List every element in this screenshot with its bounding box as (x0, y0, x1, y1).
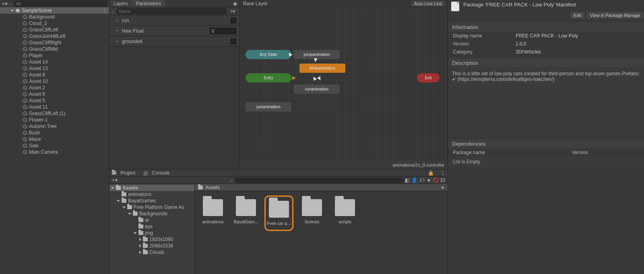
parameter-bool-checkbox[interactable] (231, 39, 236, 44)
tree-row[interactable]: ai (109, 217, 194, 223)
gameobject-row[interactable]: Asset 11 (0, 104, 109, 110)
breadcrumb[interactable]: Assets (195, 184, 448, 191)
panel-menu-icon[interactable]: ⋮ (440, 170, 445, 176)
chevron-right-icon[interactable] (139, 244, 141, 247)
asset-folder[interactable]: animations (202, 199, 224, 224)
gameobject-row[interactable]: GrassCliffLeft (1) (0, 110, 109, 117)
tab-console[interactable]: Console (152, 170, 169, 176)
hierarchy-panel: +▾ ⌕ SampleScene ⋮ BackgroundCloud_2Gras… (0, 0, 109, 274)
chevron-down-icon[interactable] (122, 206, 126, 208)
gameobject-row[interactable]: Flower-1 (0, 117, 109, 123)
drag-handle-icon[interactable]: ≡ (116, 18, 119, 23)
gameobject-row[interactable]: GrassCliffMid (0, 46, 109, 52)
search-by-type-icon[interactable]: ◧ (404, 177, 411, 183)
project-tree[interactable]: Assets animationsBayatGamesFree Platform… (109, 184, 195, 274)
parameter-row[interactable]: ≡grounded (109, 36, 239, 47)
tree-row[interactable]: Free Platform Game As (109, 204, 194, 210)
auto-live-link-button[interactable]: Auto Live Link (412, 1, 444, 6)
edit-button[interactable]: Edit (570, 12, 584, 19)
parameter-row[interactable]: ≡New Float (109, 26, 239, 36)
gameobject-row[interactable]: Player (0, 52, 109, 59)
scene-menu-icon[interactable]: ⋮ (102, 8, 107, 13)
tab-parameters[interactable]: Parameters (132, 0, 165, 7)
tree-row[interactable]: 1920x1080 (109, 236, 194, 243)
hidden-icon[interactable]: 🚫 (433, 177, 440, 183)
add-parameter-button[interactable]: +▾ (228, 8, 237, 14)
parameter-search-input[interactable] (116, 8, 227, 14)
lock-icon[interactable]: 🔒 (428, 170, 434, 176)
tree-row-assets[interactable]: Assets (109, 185, 194, 191)
gameobject-row[interactable]: Background (0, 14, 109, 20)
gameobject-row[interactable]: Asset 6 (0, 91, 109, 97)
scene-row[interactable]: SampleScene ⋮ (0, 7, 109, 14)
gameobject-row[interactable]: Asset 14 (0, 59, 109, 65)
create-icon[interactable]: +▾ (2, 0, 8, 7)
node-entry[interactable]: Entry (246, 73, 291, 82)
parameter-bool-checkbox[interactable] (231, 18, 236, 23)
gameobject-label: Asset 2 (29, 85, 45, 91)
tab-layers[interactable]: Layers (109, 0, 132, 7)
drag-handle-icon[interactable]: ≡ (116, 28, 119, 34)
tree-row[interactable]: BayatGames (109, 198, 194, 204)
search-by-label-icon[interactable]: 👤 (411, 177, 418, 183)
gameobject-row[interactable]: Asset 8 (0, 72, 109, 78)
gameobject-row[interactable]: Mace (0, 136, 109, 142)
gameobject-row[interactable]: Asset 5 (0, 97, 109, 104)
chevron-down-icon[interactable] (111, 187, 114, 189)
parameter-float-input[interactable] (210, 28, 236, 34)
chevron-down-icon[interactable] (134, 232, 137, 234)
gameobject-icon (23, 60, 27, 64)
tree-row[interactable]: 2048x1536 (109, 243, 194, 249)
chevron-down-icon[interactable] (10, 10, 14, 12)
node-any-state[interactable]: Any State (246, 50, 291, 59)
tree-label: animations (128, 192, 151, 197)
gameobject-row[interactable]: Saw (0, 142, 109, 149)
tree-row[interactable]: eps (109, 223, 194, 230)
label-icon[interactable]: 🏷 (418, 177, 425, 183)
gameobject-row[interactable]: Asset 13 (0, 65, 109, 72)
chevron-down-icon[interactable] (117, 200, 120, 202)
gameobject-row[interactable]: Asset 2 (0, 84, 109, 91)
eye-icon[interactable]: ◉ (231, 0, 239, 7)
chevron-up-icon[interactable] (441, 186, 444, 188)
gameobject-label: Main Camera (29, 149, 58, 155)
hierarchy-search-input[interactable] (14, 0, 107, 7)
gameobject-row[interactable]: GrassCliffLeft (0, 27, 109, 33)
gameobject-row[interactable]: Cloud_2 (0, 20, 109, 27)
asset-folder[interactable]: Free car p... (268, 199, 290, 227)
gameobject-row[interactable]: Main Camera (0, 149, 109, 155)
transition-arrow[interactable]: ▶ (313, 58, 319, 62)
favorite-icon[interactable]: ★ (425, 177, 433, 183)
project-search-input[interactable] (235, 177, 404, 183)
drag-handle-icon[interactable]: ≡ (116, 39, 119, 44)
gameobject-row[interactable]: GrassJoinHillLeft (0, 33, 109, 39)
gameobject-row[interactable]: Autumn Tree (0, 123, 109, 130)
node-exit[interactable]: Exit (417, 73, 440, 82)
asset-folder[interactable]: Scenes (301, 199, 323, 224)
node-blinkanimation[interactable]: blinkanimation (299, 64, 345, 73)
tree-row[interactable]: png (109, 230, 194, 236)
node-jumanimation[interactable]: jumanimation (246, 102, 291, 111)
view-in-package-manager-button[interactable]: View in Package Manage (587, 12, 643, 19)
chevron-down-icon[interactable] (128, 213, 131, 215)
parameter-row[interactable]: ≡run (109, 15, 239, 26)
gameobject-label: Bush (29, 130, 40, 136)
asset-folder[interactable]: scripts (334, 199, 356, 224)
node-runanimation[interactable]: runanimation (294, 84, 340, 94)
transition-arrow[interactable]: ▶ (289, 52, 293, 57)
gameobject-row[interactable]: GrassCliffRight (0, 39, 109, 46)
tab-project[interactable]: Project (120, 170, 135, 176)
chevron-right-icon[interactable] (139, 251, 141, 254)
tree-row[interactable]: Clouds (109, 249, 194, 255)
transition-arrow[interactable]: ▶ (311, 76, 318, 82)
tree-row[interactable]: Backgrounds (109, 210, 194, 217)
gameobject-row[interactable]: Bush (0, 130, 109, 136)
chevron-right-icon[interactable] (139, 238, 141, 241)
transition-arrow[interactable]: ▶ (292, 75, 296, 80)
create-asset-button[interactable]: +▾ (112, 177, 118, 183)
tree-row[interactable]: animations (109, 191, 194, 198)
asset-folder[interactable]: BayatGam... (235, 199, 257, 224)
animator-graph[interactable]: Base Layer Auto Live Link Any State Entr… (240, 0, 448, 169)
base-layer-label[interactable]: Base Layer (243, 1, 268, 6)
gameobject-row[interactable]: Asset 10 (0, 78, 109, 84)
